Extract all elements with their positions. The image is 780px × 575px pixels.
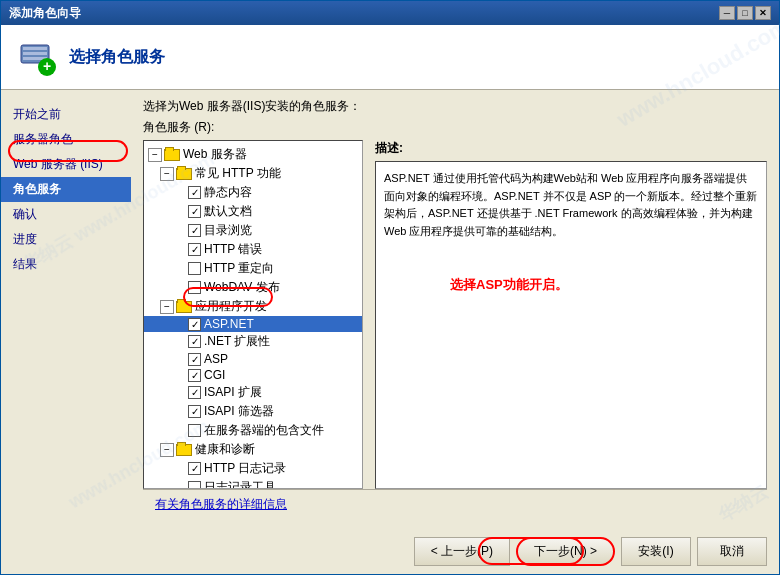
left-nav: 开始之前服务器角色Web 服务器 (IIS)角色服务确认进度结果 (1, 90, 131, 527)
checkbox-static-content[interactable] (188, 186, 201, 199)
tree-expander-common-http[interactable]: − (160, 167, 174, 181)
tree-label-log-tools: 日志记录工具 (204, 479, 276, 489)
tree-label-web-server-root: Web 服务器 (183, 146, 247, 163)
tree-item-http-redirect[interactable]: HTTP 重定向 (144, 259, 362, 278)
next-button[interactable]: 下一步(N) > (516, 537, 615, 566)
checkbox-http-log[interactable] (188, 462, 201, 475)
checkbox-server-side-include[interactable] (188, 424, 201, 437)
cancel-button[interactable]: 取消 (697, 537, 767, 566)
back-button[interactable]: < 上一步(P) (414, 537, 510, 566)
description-panel: ASP.NET 通过使用托管代码为构建Web站和 Web 应用程序向服务器端提供… (375, 161, 767, 489)
checkbox-dir-browse[interactable] (188, 224, 201, 237)
header-section: + 选择角色服务 (1, 25, 779, 90)
tree-item-log-tools[interactable]: 日志记录工具 (144, 478, 362, 489)
description-text: ASP.NET 通过使用托管代码为构建Web站和 Web 应用程序向服务器端提供… (384, 172, 757, 237)
tree-label-isapi-filter: ISAPI 筛选器 (204, 403, 274, 420)
title-bar: 添加角色向导 ─ □ ✕ (1, 1, 779, 25)
checkbox-default-doc[interactable] (188, 205, 201, 218)
tree-item-net-ext[interactable]: .NET 扩展性 (144, 332, 362, 351)
tree-item-cgi[interactable]: CGI (144, 367, 362, 383)
tree-item-server-side-include[interactable]: 在服务器端的包含文件 (144, 421, 362, 440)
header-icon: + (17, 37, 57, 77)
tree-expander-health-diag[interactable]: − (160, 443, 174, 457)
tree-item-webdav[interactable]: WebDAV 发布 (144, 278, 362, 297)
tree-label-server-side-include: 在服务器端的包含文件 (204, 422, 324, 439)
maximize-button[interactable]: □ (737, 6, 753, 20)
tree-item-asp-net[interactable]: ASP.NET (144, 316, 362, 332)
tree-item-web-server-root[interactable]: −Web 服务器 (144, 145, 362, 164)
nav-item-result[interactable]: 结果 (1, 252, 131, 277)
tree-item-common-http[interactable]: −常见 HTTP 功能 (144, 164, 362, 183)
tree-expander-web-server-root[interactable]: − (148, 148, 162, 162)
checkbox-cgi[interactable] (188, 369, 201, 382)
tree-label-asp-net: ASP.NET (204, 317, 254, 331)
tree-item-isapi-ext[interactable]: ISAPI 扩展 (144, 383, 362, 402)
nav-item-progress[interactable]: 进度 (1, 227, 131, 252)
checkbox-asp-net[interactable] (188, 318, 201, 331)
window-title: 添加角色向导 (9, 5, 81, 22)
checkbox-isapi-ext[interactable] (188, 386, 201, 399)
tree-label-static-content: 静态内容 (204, 184, 252, 201)
button-bar: < 上一步(P) 下一步(N) > 安装(I) 取消 (1, 533, 779, 574)
checkbox-http-redirect[interactable] (188, 262, 201, 275)
folder-icon-web-server-root (164, 149, 180, 161)
install-button[interactable]: 安装(I) (621, 537, 691, 566)
description-section-label: 描述: (375, 140, 767, 157)
nav-item-web-server[interactable]: Web 服务器 (IIS) (1, 152, 131, 177)
tree-label-net-ext: .NET 扩展性 (204, 333, 270, 350)
tree-label-http-redirect: HTTP 重定向 (204, 260, 274, 277)
instructions-label: 选择为Web 服务器(IIS)安装的角色服务： (143, 98, 767, 115)
tree-label-cgi: CGI (204, 368, 225, 382)
folder-icon-health-diag (176, 444, 192, 456)
nav-item-confirm[interactable]: 确认 (1, 202, 131, 227)
tree-label-webdav: WebDAV 发布 (204, 279, 280, 296)
tree-label-health-diag: 健康和诊断 (195, 441, 255, 458)
tree-item-http-errors[interactable]: HTTP 错误 (144, 240, 362, 259)
tree-item-app-dev[interactable]: −应用程序开发 (144, 297, 362, 316)
tree-item-dir-browse[interactable]: 目录浏览 (144, 221, 362, 240)
tree-label-app-dev: 应用程序开发 (195, 298, 267, 315)
tree-item-http-log[interactable]: HTTP 日志记录 (144, 459, 362, 478)
svg-rect-1 (23, 47, 47, 50)
svg-text:+: + (43, 58, 51, 74)
tree-item-static-content[interactable]: 静态内容 (144, 183, 362, 202)
tree-label-http-log: HTTP 日志记录 (204, 460, 286, 477)
tree-item-health-diag[interactable]: −健康和诊断 (144, 440, 362, 459)
tree-label-dir-browse: 目录浏览 (204, 222, 252, 239)
close-button[interactable]: ✕ (755, 6, 771, 20)
tree-label-http-errors: HTTP 错误 (204, 241, 262, 258)
role-service-label: 角色服务 (R): (143, 119, 767, 136)
checkbox-asp[interactable] (188, 353, 201, 366)
tree-label-isapi-ext: ISAPI 扩展 (204, 384, 262, 401)
svg-rect-2 (23, 52, 47, 55)
tree-item-asp[interactable]: ASP (144, 351, 362, 367)
tree-item-default-doc[interactable]: 默认文档 (144, 202, 362, 221)
checkbox-isapi-filter[interactable] (188, 405, 201, 418)
nav-item-server-role[interactable]: 服务器角色 (1, 127, 131, 152)
nav-item-role-service[interactable]: 角色服务 (1, 177, 131, 202)
folder-icon-app-dev (176, 301, 192, 313)
checkbox-http-errors[interactable] (188, 243, 201, 256)
tree-label-default-doc: 默认文档 (204, 203, 252, 220)
tree-label-asp: ASP (204, 352, 228, 366)
right-content: 选择为Web 服务器(IIS)安装的角色服务： 角色服务 (R): −Web 服… (131, 90, 779, 527)
nav-item-start[interactable]: 开始之前 (1, 102, 131, 127)
checkbox-net-ext[interactable] (188, 335, 201, 348)
page-title: 选择角色服务 (69, 47, 165, 68)
minimize-button[interactable]: ─ (719, 6, 735, 20)
role-service-tree[interactable]: −Web 服务器−常见 HTTP 功能静态内容默认文档目录浏览HTTP 错误HT… (143, 140, 363, 489)
checkbox-log-tools[interactable] (188, 481, 201, 489)
checkbox-webdav[interactable] (188, 281, 201, 294)
tree-expander-app-dev[interactable]: − (160, 300, 174, 314)
detail-link[interactable]: 有关角色服务的详细信息 (155, 497, 287, 511)
folder-icon-common-http (176, 168, 192, 180)
tree-item-isapi-filter[interactable]: ISAPI 筛选器 (144, 402, 362, 421)
tree-label-common-http: 常见 HTTP 功能 (195, 165, 281, 182)
bottom-section: 有关角色服务的详细信息 (143, 489, 767, 519)
